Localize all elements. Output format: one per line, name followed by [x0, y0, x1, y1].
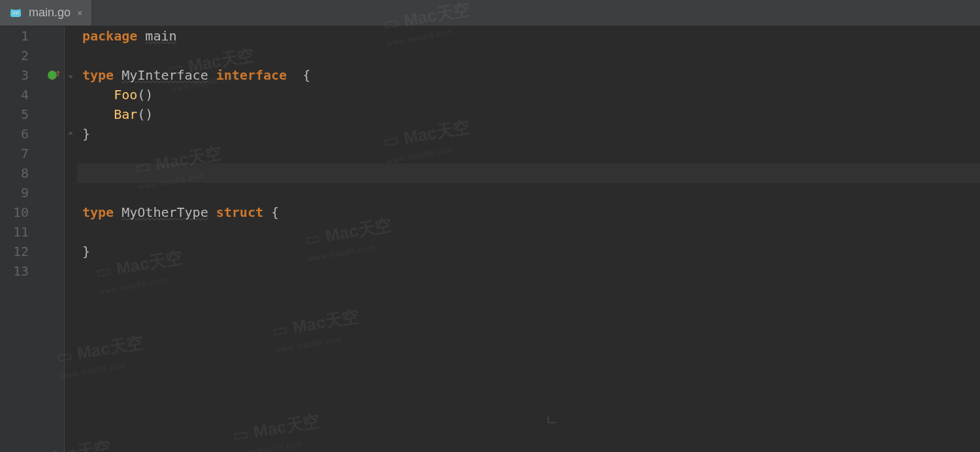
- svg-rect-0: [10, 10, 21, 17]
- interface-implemented-icon[interactable]: I ↑: [44, 65, 60, 85]
- tab-label: main.go: [29, 6, 71, 20]
- code-line[interactable]: }: [82, 242, 980, 261]
- token-kw: interface: [216, 67, 287, 83]
- token-kw: type: [82, 204, 114, 220]
- svg-point-4: [17, 12, 18, 14]
- token-ident: MyOtherType: [122, 204, 208, 220]
- token-ident: main: [145, 28, 176, 44]
- tab-bar: main.go ×: [0, 0, 980, 26]
- code-line[interactable]: [82, 261, 980, 281]
- tab-main-go[interactable]: main.go ×: [0, 0, 92, 25]
- svg-point-3: [14, 12, 15, 14]
- svg-point-5: [11, 8, 13, 10]
- go-file-icon: [9, 7, 22, 20]
- line-number: 10: [0, 202, 29, 222]
- watermark: ▭ Mac天空www.mac69.com: [270, 306, 364, 360]
- token-punct: (): [137, 87, 153, 103]
- code-line[interactable]: [82, 163, 980, 183]
- token-punct: }: [82, 244, 90, 259]
- token-kw: struct: [216, 204, 263, 220]
- code-line[interactable]: Bar(): [82, 105, 980, 124]
- watermark: ▭ Mac天空www.mac69.com: [231, 411, 325, 452]
- token-punct: {: [302, 67, 310, 83]
- token-ident: MyInterface: [122, 67, 208, 83]
- token-kw: type: [82, 67, 114, 83]
- line-number: 2: [0, 46, 29, 65]
- code-area[interactable]: package maintype MyInterface interface {…: [77, 26, 980, 452]
- code-line[interactable]: package main: [82, 26, 980, 46]
- crop-mark-icon: [547, 415, 555, 423]
- code-line[interactable]: [82, 222, 980, 242]
- code-line[interactable]: Foo(): [82, 85, 980, 105]
- code-line[interactable]: [82, 144, 980, 163]
- fold-collapse-icon[interactable]: [66, 71, 75, 80]
- line-number: 12: [0, 242, 29, 261]
- line-number: 6: [0, 124, 29, 144]
- current-line-highlight: [77, 163, 980, 183]
- code-line[interactable]: }: [82, 124, 980, 144]
- token-kw: package: [82, 28, 137, 44]
- line-number: 4: [0, 85, 29, 105]
- line-number-gutter: 12345678910111213: [0, 26, 41, 452]
- token-func: Foo: [114, 87, 137, 103]
- line-number: 3: [0, 65, 29, 85]
- line-number: 11: [0, 222, 29, 242]
- code-line[interactable]: type MyInterface interface {: [82, 65, 980, 85]
- code-line[interactable]: type MyOtherType struct {: [82, 202, 980, 222]
- line-number: 8: [0, 163, 29, 183]
- code-editor[interactable]: 12345678910111213 I ↑ package maintype M…: [0, 26, 980, 452]
- token-func: Bar: [114, 106, 137, 122]
- fold-gutter: [64, 26, 77, 452]
- token-punct: (): [137, 106, 153, 122]
- marker-gutter: I ↑: [41, 26, 64, 452]
- close-tab-icon[interactable]: ×: [77, 8, 82, 18]
- line-number: 1: [0, 26, 29, 46]
- code-line[interactable]: [82, 46, 980, 65]
- line-number: 13: [0, 261, 29, 281]
- line-number: 7: [0, 144, 29, 163]
- token-punct: {: [271, 204, 279, 220]
- code-line[interactable]: [82, 183, 980, 202]
- line-number: 9: [0, 183, 29, 202]
- fold-expand-icon[interactable]: [66, 129, 75, 138]
- svg-point-6: [19, 8, 21, 10]
- line-number: 5: [0, 105, 29, 124]
- token-punct: }: [82, 126, 90, 142]
